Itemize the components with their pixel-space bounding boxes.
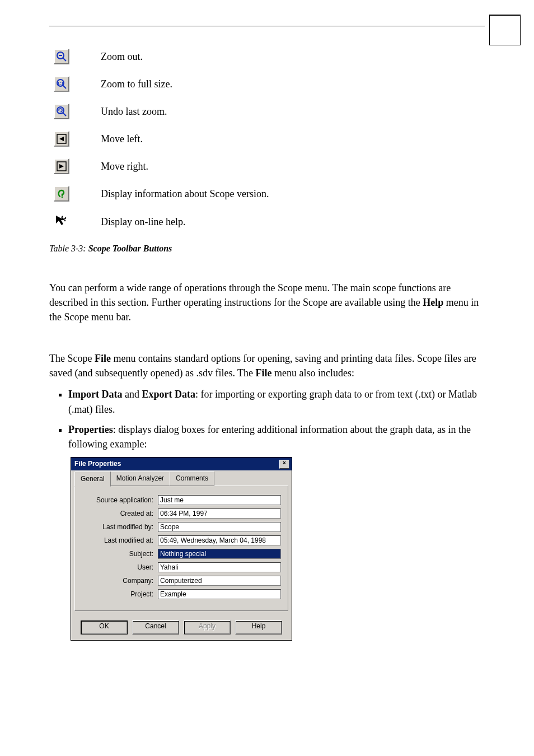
- dialog-tabstrip: General Motion Analyzer Comments: [74, 474, 288, 486]
- undo-zoom-label: Undo last zoom.: [101, 98, 274, 125]
- input-last-modified-by[interactable]: [158, 522, 281, 532]
- input-last-modified-at[interactable]: [158, 535, 281, 545]
- undo-zoom-icon: [54, 104, 69, 119]
- input-company[interactable]: [158, 576, 281, 586]
- svg-text:1:1: 1:1: [57, 81, 64, 86]
- table-caption: Table 3-3: Scope Toolbar Buttons: [49, 244, 485, 254]
- zoom-out-icon: [54, 49, 69, 64]
- input-source-application[interactable]: [158, 495, 281, 505]
- caption-prefix: Table 3-3:: [49, 244, 86, 253]
- label-user: User:: [82, 563, 158, 572]
- help-label: Display on-line help.: [101, 208, 274, 236]
- help-icon: [54, 213, 68, 228]
- bullet-properties: Properties: displays dialog boxes for en…: [68, 422, 485, 451]
- svg-marker-14: [56, 216, 64, 225]
- zoom-full-icon: 1:1: [54, 76, 69, 92]
- label-last-modified-at: Last modified at:: [82, 536, 158, 545]
- svg-line-1: [63, 58, 66, 61]
- input-subject[interactable]: [158, 549, 281, 559]
- help-button[interactable]: Help: [235, 620, 282, 634]
- file-properties-dialog: File Properties × General Motion Analyze…: [71, 457, 292, 641]
- move-right-label: Move right.: [101, 153, 274, 180]
- label-source-application: Source application:: [82, 496, 158, 505]
- paragraph-2: The Scope File menu contains standard op…: [49, 351, 485, 380]
- svg-point-15: [64, 220, 66, 222]
- paragraph-1: You can perform a wide range of operatio…: [49, 281, 485, 324]
- toolbar-button-table: Zoom out. 1:1 Zoom to full size. Undo la…: [54, 43, 274, 236]
- input-user[interactable]: [158, 562, 281, 572]
- move-left-icon: [54, 131, 69, 147]
- close-icon[interactable]: ×: [279, 460, 289, 469]
- caption-title: Scope Toolbar Buttons: [88, 244, 172, 253]
- label-subject: Subject:: [82, 549, 158, 559]
- move-right-icon: [54, 158, 69, 174]
- label-created-at: Created at:: [82, 509, 158, 519]
- ok-button[interactable]: OK: [81, 620, 128, 634]
- tab-general-panel: Source application: Created at: Last mod…: [74, 486, 288, 611]
- label-last-modified-by: Last modified by:: [82, 522, 158, 532]
- input-created-at[interactable]: [158, 508, 281, 519]
- tab-general[interactable]: General: [74, 472, 111, 487]
- tab-motion-analyzer[interactable]: Motion Analyzer: [110, 472, 170, 486]
- label-project: Project:: [82, 590, 158, 599]
- zoom-out-label: Zoom out.: [101, 43, 274, 71]
- input-project[interactable]: [158, 589, 281, 599]
- bullet-import-export: Import Data and Export Data: for importi…: [68, 387, 485, 416]
- svg-point-13: [62, 197, 63, 198]
- label-company: Company:: [82, 576, 158, 586]
- cancel-button[interactable]: Cancel: [132, 620, 179, 634]
- svg-marker-12: [59, 164, 64, 169]
- dialog-title-text: File Properties: [74, 459, 121, 469]
- about-icon: [54, 186, 69, 202]
- tab-comments[interactable]: Comments: [170, 472, 214, 486]
- top-rule: [49, 26, 485, 26]
- page-corner-box: [489, 15, 521, 45]
- svg-line-7: [63, 113, 66, 116]
- svg-marker-10: [59, 137, 64, 141]
- move-left-label: Move left.: [101, 125, 274, 153]
- zoom-full-label: Zoom to full size.: [101, 71, 274, 98]
- about-label: Display information about Scope version.: [101, 180, 274, 208]
- dialog-titlebar[interactable]: File Properties ×: [71, 458, 292, 470]
- apply-button[interactable]: Apply: [184, 620, 231, 634]
